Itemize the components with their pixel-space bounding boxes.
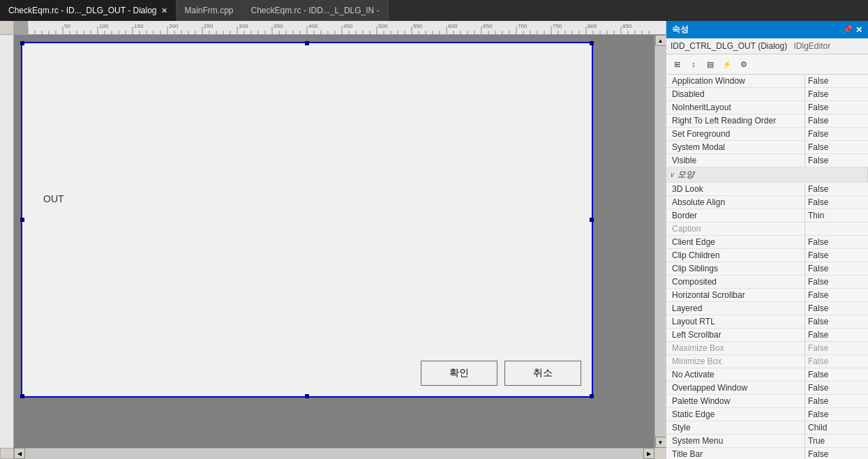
- props-row[interactable]: Absolute AlignFalse: [666, 196, 868, 209]
- props-toolbar-btn-2[interactable]: ↕: [686, 57, 701, 72]
- props-row[interactable]: VisibleFalse: [666, 154, 868, 167]
- prop-name-label: Client Edge: [666, 236, 805, 248]
- svg-text:750: 750: [553, 23, 562, 29]
- props-row[interactable]: StyleChild: [666, 421, 868, 435]
- section-toggle-icon[interactable]: ∨: [666, 167, 676, 182]
- prop-name-label: Caption: [666, 223, 805, 235]
- handle-br[interactable]: [590, 394, 594, 398]
- editor-area: /* rendered via JS below */ 501001502002…: [0, 21, 666, 459]
- svg-text:300: 300: [239, 23, 248, 29]
- props-row[interactable]: CompositedFalse: [666, 276, 868, 289]
- props-pin-icon[interactable]: 📌: [843, 25, 853, 35]
- handle-mr[interactable]: [590, 218, 594, 222]
- props-row[interactable]: Overlapped WindowFalse: [666, 382, 868, 395]
- prop-name-label: Border: [666, 209, 805, 222]
- scroll-up-button[interactable]: ▲: [655, 35, 666, 46]
- props-toolbar-btn-1[interactable]: ⊞: [669, 57, 684, 72]
- props-row[interactable]: Clip ChildrenFalse: [666, 249, 868, 262]
- dialog-ok-button[interactable]: 확인: [421, 361, 497, 386]
- tab-mainfrm[interactable]: MainFrm.cpp: [177, 0, 243, 21]
- ruler-horizontal: /* rendered via JS below */ 501001502002…: [28, 21, 666, 35]
- props-row[interactable]: Client EdgeFalse: [666, 236, 868, 249]
- scroll-down-button[interactable]: ▼: [655, 437, 666, 448]
- tab-dlg-in[interactable]: CheckEqm.rc - IDD..._L_DLG_IN -: [243, 0, 389, 21]
- props-row[interactable]: Static EdgeFalse: [666, 408, 868, 421]
- svg-text:400: 400: [308, 23, 318, 29]
- props-row[interactable]: Caption: [666, 223, 868, 236]
- props-row[interactable]: Layout RTLFalse: [666, 315, 868, 329]
- svg-text:550: 550: [413, 23, 423, 29]
- props-row[interactable]: Clip SiblingsFalse: [666, 262, 868, 276]
- handle-tc[interactable]: [305, 41, 309, 45]
- props-row[interactable]: Left ScrollbarFalse: [666, 329, 868, 342]
- props-row[interactable]: Minimize BoxFalse: [666, 355, 868, 368]
- prop-name-label: Palette Window: [666, 395, 805, 407]
- props-toolbar-btn-3[interactable]: ▤: [703, 57, 718, 72]
- props-row[interactable]: System ModalFalse: [666, 141, 868, 154]
- dialog-cancel-button[interactable]: 취소: [504, 361, 581, 386]
- prop-value-label: Thin: [805, 209, 868, 222]
- prop-name-label: Application Window: [666, 75, 805, 87]
- props-row[interactable]: Set ForegroundFalse: [666, 128, 868, 141]
- props-row[interactable]: DisabledFalse: [666, 88, 868, 101]
- props-row[interactable]: Right To Left Reading OrderFalse: [666, 114, 868, 128]
- props-row[interactable]: Palette WindowFalse: [666, 395, 868, 408]
- prop-value-label: False: [805, 114, 868, 127]
- handle-bc[interactable]: [305, 394, 309, 398]
- prop-name-label: 3D Look: [666, 183, 805, 195]
- scroll-v-track[interactable]: [655, 46, 666, 437]
- svg-text:100: 100: [99, 23, 109, 29]
- vertical-scrollbar[interactable]: ▲ ▼: [654, 35, 666, 448]
- ruler-h-svg: /* rendered via JS below */ 501001502002…: [28, 21, 666, 35]
- prop-value-label: False: [805, 355, 868, 368]
- properties-panel: 속성 📌 ✕ IDD_CTRL_DLG_OUT (Dialog) IDlgEdi…: [666, 21, 868, 459]
- tab-close-icon[interactable]: ✕: [161, 6, 167, 15]
- svg-text:200: 200: [169, 23, 179, 29]
- props-toolbar-btn-5[interactable]: ⚙: [736, 57, 751, 72]
- props-row[interactable]: Horizontal ScrollbarFalse: [666, 289, 868, 302]
- prop-value-label: False: [805, 196, 868, 209]
- prop-name-label: NoInheritLayout: [666, 101, 805, 114]
- props-row[interactable]: No ActivateFalse: [666, 368, 868, 382]
- props-toolbar: ⊞ ↕ ▤ ⚡ ⚙: [666, 54, 868, 75]
- prop-name-label: Static Edge: [666, 408, 805, 421]
- handle-ml[interactable]: [20, 218, 24, 222]
- svg-text:850: 850: [622, 23, 632, 29]
- prop-value-label: False: [805, 342, 868, 354]
- prop-name-label: Set Foreground: [666, 128, 805, 140]
- props-row[interactable]: Title BarFalse: [666, 448, 868, 459]
- prop-name-label: Clip Siblings: [666, 262, 805, 275]
- props-row[interactable]: NoInheritLayoutFalse: [666, 101, 868, 114]
- prop-name-label: Clip Children: [666, 249, 805, 262]
- props-row[interactable]: 3D LookFalse: [666, 183, 868, 196]
- scroll-h-track[interactable]: [25, 448, 643, 459]
- props-row[interactable]: BorderThin: [666, 209, 868, 223]
- prop-value-label: False: [805, 183, 868, 195]
- props-row[interactable]: System MenuTrue: [666, 435, 868, 448]
- props-object-label: IDD_CTRL_DLG_OUT (Dialog): [671, 41, 787, 51]
- handle-tr[interactable]: [590, 41, 594, 45]
- props-close-icon[interactable]: ✕: [855, 25, 862, 35]
- prop-value-label: False: [805, 368, 868, 381]
- prop-name-label: Layout RTL: [666, 315, 805, 328]
- canvas-area[interactable]: OUT 확인 취소: [14, 35, 654, 448]
- prop-value-label: False: [805, 88, 868, 100]
- prop-value-label: False: [805, 302, 868, 315]
- bottom-scroll-row: ◀ ▶: [0, 448, 666, 459]
- props-row[interactable]: LayeredFalse: [666, 302, 868, 315]
- prop-value-label: False: [805, 154, 868, 167]
- dialog-content: OUT: [22, 43, 592, 354]
- ruler-vertical: [0, 35, 14, 448]
- props-row[interactable]: Application WindowFalse: [666, 75, 868, 88]
- prop-name-label: Right To Left Reading Order: [666, 114, 805, 127]
- tab-dialog[interactable]: CheckEqm.rc - ID..._DLG_OUT - Dialog ✕: [0, 0, 177, 21]
- handle-bl[interactable]: [20, 394, 24, 398]
- props-row[interactable]: Maximize BoxFalse: [666, 342, 868, 355]
- props-toolbar-btn-4[interactable]: ⚡: [719, 57, 735, 72]
- prop-value-label: False: [805, 276, 868, 288]
- prop-name-label: System Modal: [666, 141, 805, 153]
- scroll-right-button[interactable]: ▶: [643, 448, 654, 459]
- handle-tl[interactable]: [20, 41, 24, 45]
- scroll-left-button[interactable]: ◀: [14, 448, 25, 459]
- tab-dialog-label: CheckEqm.rc - ID..._DLG_OUT - Dialog: [8, 6, 157, 15]
